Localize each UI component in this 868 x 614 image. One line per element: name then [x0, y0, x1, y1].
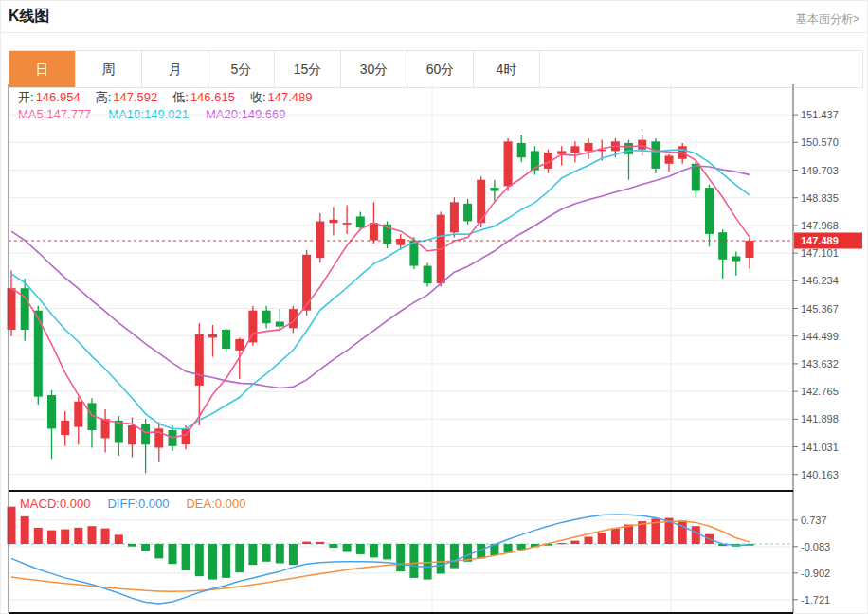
svg-text:142.765: 142.765: [801, 386, 839, 397]
kline-macd-chart[interactable]: 151.437150.570149.703148.835147.968147.1…: [1, 1, 868, 614]
svg-text:0.737: 0.737: [801, 515, 827, 526]
svg-text:148.835: 148.835: [801, 192, 839, 204]
svg-text:147.101: 147.101: [801, 247, 839, 259]
svg-text:151.437: 151.437: [801, 109, 839, 120]
svg-text:141.898: 141.898: [801, 413, 839, 424]
svg-text:147.489: 147.489: [801, 235, 839, 246]
svg-text:149.703: 149.703: [801, 165, 839, 176]
svg-text:145.367: 145.367: [801, 303, 839, 315]
svg-text:150.570: 150.570: [801, 136, 839, 148]
kline-widget: K线图 基本面分析> 日周月5分15分30分60分4时 开:146.954高:1…: [0, 0, 868, 614]
svg-text:147.968: 147.968: [801, 220, 839, 231]
svg-text:140.163: 140.163: [801, 469, 839, 480]
svg-text:143.632: 143.632: [801, 358, 839, 370]
svg-text:146.234: 146.234: [801, 275, 839, 286]
svg-text:-1.721: -1.721: [801, 594, 830, 605]
svg-text:-0.902: -0.902: [801, 568, 830, 579]
svg-text:144.499: 144.499: [801, 331, 839, 342]
svg-text:141.031: 141.031: [801, 442, 839, 453]
svg-text:-0.083: -0.083: [801, 541, 830, 552]
